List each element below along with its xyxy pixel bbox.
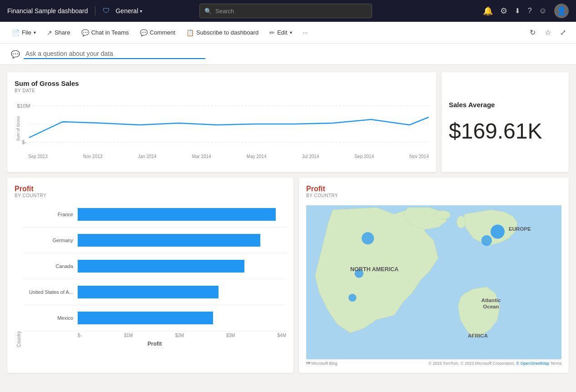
more-options-button[interactable]: ··· [298, 26, 313, 39]
chat-teams-button[interactable]: 💬 Chat in Teams [77, 26, 134, 39]
map-area: NORTH AMERICA EUROPE Atlantic Ocean AFRI… [306, 205, 561, 359]
x-axis-bar: $- $1M $2M $3M $4M [23, 333, 286, 338]
bar-chart-title: Profit [15, 185, 286, 193]
bar-container [78, 312, 286, 324]
x-label-2: Jan 2014 [138, 154, 157, 159]
svg-text:Ocean: Ocean [483, 303, 499, 309]
sales-avg-value: $169.61K [449, 119, 542, 144]
search-input[interactable] [215, 8, 367, 15]
bar-fill-usa [78, 286, 218, 298]
chart-area: Sum of Gross $10M $- Sep 2013 Nov 2013 J… [15, 97, 429, 160]
edit-label: Edit [277, 29, 287, 36]
sales-avg-card: Sales Average $169.61K [442, 72, 569, 172]
openstreetmap-link[interactable]: © OpenStreetMap [516, 361, 549, 366]
bar-container [78, 234, 286, 247]
line-chart-title: Sum of Gross Sales [15, 79, 429, 87]
ask-question-input[interactable] [24, 49, 205, 59]
edit-button[interactable]: ✏ Edit ▾ [265, 26, 296, 39]
top-nav: Financial Sample dashboard 🛡 General ▾ 🔍… [0, 0, 576, 22]
favorite-button[interactable]: ☆ [542, 25, 554, 40]
bar-container [78, 260, 286, 273]
svg-point-11 [457, 216, 465, 228]
chevron-down-icon: ▾ [140, 9, 142, 14]
bar-fill-mexico [78, 312, 213, 324]
map-footer: 🗺 Microsoft Bing © 2023 TomTom, © 2023 M… [306, 359, 561, 366]
x-bar-label-3: $3M [226, 333, 235, 338]
comment-icon: 💬 [140, 29, 148, 36]
svg-text:NORTH AMERICA: NORTH AMERICA [350, 266, 398, 273]
comment-button[interactable]: 💬 Comment [135, 26, 180, 39]
subscribe-label: Subscribe to dashboard [196, 29, 258, 36]
top-row: Sum of Gross Sales BY DATE Sum of Gross … [7, 72, 569, 172]
bar-fill-germany [78, 234, 260, 247]
fullscreen-button[interactable]: ⤢ [557, 25, 569, 40]
bottom-row: Profit BY COUNTRY Country France [7, 178, 569, 373]
bar-chart-card: Profit BY COUNTRY Country France [7, 178, 293, 373]
bar-fill-france [78, 208, 276, 221]
svg-text:EUROPE: EUROPE [509, 226, 531, 232]
sales-avg-title: Sales Average [449, 101, 495, 109]
x-label-1: Nov 2013 [83, 154, 103, 159]
bar-chart-y-title: Country [15, 202, 23, 347]
svg-point-16 [482, 235, 492, 246]
map-svg: NORTH AMERICA EUROPE Atlantic Ocean AFRI… [306, 205, 561, 359]
svg-text:AFRICA: AFRICA [468, 332, 488, 338]
subscribe-icon: 📋 [186, 29, 194, 36]
x-bar-label-2: $2M [175, 333, 184, 338]
svg-text:Atlantic: Atlantic [482, 297, 501, 303]
svg-point-15 [491, 225, 505, 239]
x-label-6: Sep 2014 [354, 154, 374, 159]
avatar-icon: 👤 [556, 6, 566, 16]
bar-label-germany: Germany [23, 238, 78, 243]
edit-chevron-icon: ▾ [290, 30, 292, 35]
nav-icons: 🔔 ⚙ ⬇ ? ☺ 👤 [483, 4, 569, 18]
map-card: Profit BY COUNTRY [299, 178, 569, 373]
table-row: Canada [23, 253, 286, 279]
share-button[interactable]: ↗ Share [42, 26, 75, 39]
help-button[interactable]: ? [528, 7, 532, 15]
table-row: Germany [23, 228, 286, 253]
more-options-label: ··· [303, 29, 308, 36]
line-chart-card: Sum of Gross Sales BY DATE Sum of Gross … [7, 72, 436, 172]
subscribe-button[interactable]: 📋 Subscribe to dashboard [182, 26, 263, 39]
file-icon: 📄 [12, 29, 20, 36]
bar-label-mexico: Mexico [23, 315, 78, 321]
bar-label-canada: Canada [23, 263, 78, 269]
bar-fill-canada [78, 260, 244, 273]
map-chart-title: Profit [306, 185, 561, 193]
search-icon: 🔍 [204, 8, 212, 15]
settings-button[interactable]: ⚙ [500, 6, 507, 16]
workspace-label: General [115, 7, 138, 15]
svg-point-14 [348, 294, 356, 302]
refresh-button[interactable]: ↻ [527, 25, 538, 40]
share-icon: ↗ [47, 29, 52, 36]
nav-divider [95, 6, 95, 15]
x-label-3: Mar 2014 [192, 154, 211, 159]
svg-point-12 [362, 232, 374, 244]
bar-label-france: France [23, 212, 78, 217]
svg-text:$-: $- [22, 139, 27, 145]
bar-chart-subtitle: BY COUNTRY [15, 193, 286, 198]
bar-chart-x-title: Profit [23, 341, 286, 347]
bar-container [78, 286, 286, 298]
search-box[interactable]: 🔍 [199, 4, 372, 18]
download-button[interactable]: ⬇ [515, 7, 521, 15]
teams-icon: 💬 [81, 29, 89, 36]
line-chart-svg: $10M $- [15, 97, 429, 151]
map-chart-subtitle: BY COUNTRY [306, 193, 561, 198]
bar-chart-body: France Germany Canada [23, 202, 286, 331]
feedback-button[interactable]: ☺ [539, 6, 547, 15]
shield-icon: 🛡 [103, 7, 110, 15]
notification-button[interactable]: 🔔 [483, 6, 493, 16]
x-bar-label-1: $1M [124, 333, 133, 338]
table-row: Mexico [23, 305, 286, 331]
x-bar-label-4: $4M [278, 333, 286, 338]
edit-icon: ✏ [269, 29, 275, 36]
user-avatar[interactable]: 👤 [554, 4, 569, 18]
ask-bar: 💬 [0, 44, 576, 65]
workspace-selector[interactable]: General ▾ [115, 7, 142, 15]
file-button[interactable]: 📄 File ▾ [7, 26, 40, 39]
ask-icon: 💬 [11, 50, 20, 59]
toolbar: 📄 File ▾ ↗ Share 💬 Chat in Teams 💬 Comme… [0, 22, 576, 44]
comment-label: Comment [150, 29, 175, 36]
